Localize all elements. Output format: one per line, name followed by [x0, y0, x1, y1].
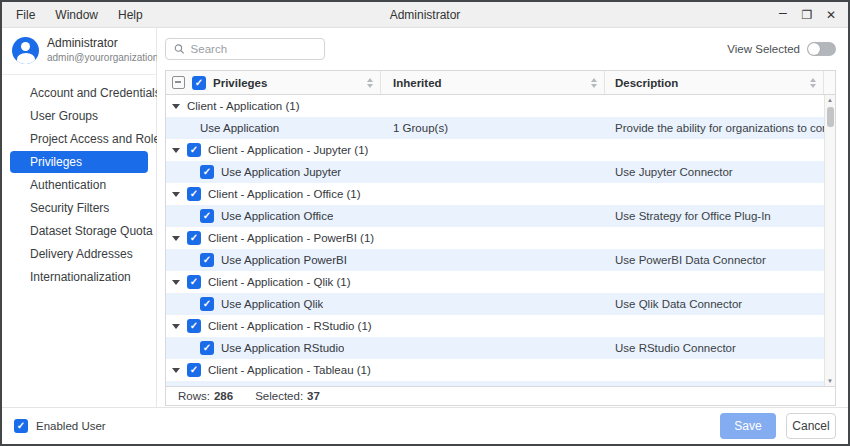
sidebar-item-delivery-addresses[interactable]: Delivery Addresses — [10, 243, 148, 265]
select-all-checkbox[interactable] — [192, 76, 206, 90]
sort-icon[interactable] — [591, 78, 597, 88]
table-body: Client - Application (1) Use Application… — [166, 95, 835, 381]
scroll-up-icon[interactable]: ▲ — [827, 95, 833, 105]
menu-window[interactable]: Window — [47, 6, 106, 24]
table-row[interactable]: Client - Application - RStudio (1) — [166, 315, 835, 337]
sidebar-item-dataset-storage-quota[interactable]: Dataset Storage Quota — [10, 220, 148, 242]
scroll-down-icon[interactable]: ▼ — [827, 376, 833, 386]
column-header-inherited[interactable]: Inherited — [393, 77, 442, 89]
sidebar-item-label: Internationalization — [30, 270, 131, 284]
sidebar-item-internationalization[interactable]: Internationalization — [10, 266, 148, 288]
toggle-knob — [808, 43, 820, 55]
menu-help[interactable]: Help — [110, 6, 151, 24]
row-label: Client - Application (1) — [187, 100, 300, 112]
search-input[interactable] — [191, 43, 316, 55]
caret-down-icon[interactable] — [172, 104, 180, 109]
view-selected-label: View Selected — [727, 43, 800, 55]
bottom-bar: Enabled User Save Cancel — [2, 407, 848, 444]
caret-down-icon[interactable] — [172, 324, 180, 329]
table-row[interactable]: Client - Application - Jupyter (1) — [166, 139, 835, 161]
collapse-all-icon[interactable] — [172, 76, 185, 89]
table-header: Privileges Inherited Description — [166, 71, 835, 95]
row-description: Use PowerBI Data Connector — [605, 249, 835, 271]
row-label: Use Application RStudio — [221, 342, 344, 354]
close-icon[interactable]: ✕ — [820, 5, 842, 25]
sidebar-item-project-access-and-roles[interactable]: Project Access and Roles — [10, 128, 148, 150]
table-row[interactable]: Client - Application (1) — [166, 95, 835, 117]
table-row[interactable]: Use Application 1 Group(s) Provide the a… — [166, 117, 835, 139]
row-checkbox[interactable] — [200, 165, 214, 179]
enabled-user-checkbox[interactable] — [14, 419, 28, 433]
sidebar-item-user-groups[interactable]: User Groups — [10, 105, 148, 127]
scrollbar-thumb[interactable] — [827, 107, 834, 127]
table-row[interactable]: Use Application RStudio Use RStudio Conn… — [166, 337, 835, 359]
row-checkbox[interactable] — [187, 143, 201, 157]
sort-icon[interactable] — [810, 78, 816, 88]
row-description — [605, 183, 835, 205]
vertical-scrollbar[interactable]: ▲ ▼ — [824, 95, 835, 386]
row-inherited — [381, 271, 605, 293]
row-checkbox[interactable] — [187, 231, 201, 245]
column-header-privileges[interactable]: Privileges — [213, 77, 267, 89]
minimize-icon[interactable]: – — [772, 5, 794, 25]
row-inherited — [381, 95, 605, 117]
menu-file[interactable]: File — [8, 6, 43, 24]
row-checkbox[interactable] — [187, 319, 201, 333]
caret-down-icon[interactable] — [172, 368, 180, 373]
view-selected-toggle[interactable] — [807, 42, 836, 56]
row-checkbox[interactable] — [200, 297, 214, 311]
search-icon — [174, 43, 185, 55]
cancel-button[interactable]: Cancel — [786, 413, 836, 439]
row-label: Use Application Office — [221, 210, 333, 222]
table-row[interactable]: Use Application Office Use Strategy for … — [166, 205, 835, 227]
caret-down-icon[interactable] — [172, 280, 180, 285]
user-avatar-icon — [12, 37, 39, 64]
row-description: Use Strategy for Office Plug-In — [605, 205, 835, 227]
sidebar-item-label: Account and Credentials — [30, 86, 161, 100]
sidebar-nav: Account and Credentials User Groups Proj… — [2, 75, 156, 295]
caret-down-icon[interactable] — [172, 236, 180, 241]
column-header-description[interactable]: Description — [615, 77, 678, 89]
caret-down-icon[interactable] — [172, 148, 180, 153]
search-box[interactable] — [165, 38, 325, 60]
row-checkbox[interactable] — [200, 209, 214, 223]
table-row[interactable]: Client - Application - Office (1) — [166, 183, 835, 205]
sidebar-item-privileges[interactable]: Privileges — [10, 151, 148, 173]
row-description: Use RStudio Connector — [605, 337, 835, 359]
title-bar: File Window Help Administrator – ❐ ✕ — [2, 2, 848, 28]
row-checkbox[interactable] — [200, 341, 214, 355]
table-row[interactable]: Use Application Qlik Use Qlik Data Conne… — [166, 293, 835, 315]
row-description — [605, 227, 835, 249]
table-row[interactable]: Client - Application - Qlik (1) — [166, 271, 835, 293]
row-label: Client - Application - RStudio (1) — [208, 320, 372, 332]
maximize-icon[interactable]: ❐ — [796, 5, 818, 25]
table-row[interactable]: Use Application Jupyter Use Jupyter Conn… — [166, 161, 835, 183]
row-description — [605, 139, 835, 161]
save-button[interactable]: Save — [720, 413, 776, 439]
row-label: Client - Application - Qlik (1) — [208, 276, 351, 288]
table-row[interactable]: Client - Application - PowerBI (1) — [166, 227, 835, 249]
privileges-table: Privileges Inherited Description — [165, 70, 836, 406]
table-row[interactable]: Use Application PowerBI Use PowerBI Data… — [166, 249, 835, 271]
sidebar-item-label: Project Access and Roles — [30, 132, 166, 146]
menu-bar: File Window Help — [2, 6, 151, 24]
row-checkbox[interactable] — [187, 363, 201, 377]
enabled-user-label: Enabled User — [36, 420, 106, 432]
sidebar-item-account-and-credentials[interactable]: Account and Credentials — [10, 82, 148, 104]
sidebar-item-label: Authentication — [30, 178, 106, 192]
sidebar-item-authentication[interactable]: Authentication — [10, 174, 148, 196]
row-inherited — [381, 139, 605, 161]
sidebar-item-security-filters[interactable]: Security Filters — [10, 197, 148, 219]
row-checkbox[interactable] — [187, 275, 201, 289]
row-label: Client - Application - Office (1) — [208, 188, 361, 200]
row-inherited — [381, 183, 605, 205]
row-inherited — [381, 227, 605, 249]
selected-count: 37 — [307, 390, 320, 402]
row-checkbox[interactable] — [200, 253, 214, 267]
sort-icon[interactable] — [367, 78, 373, 88]
row-description — [605, 315, 835, 337]
caret-down-icon[interactable] — [172, 192, 180, 197]
row-checkbox[interactable] — [187, 187, 201, 201]
table-row[interactable]: Client - Application - Tableau (1) — [166, 359, 835, 381]
sidebar-item-label: Security Filters — [30, 201, 109, 215]
